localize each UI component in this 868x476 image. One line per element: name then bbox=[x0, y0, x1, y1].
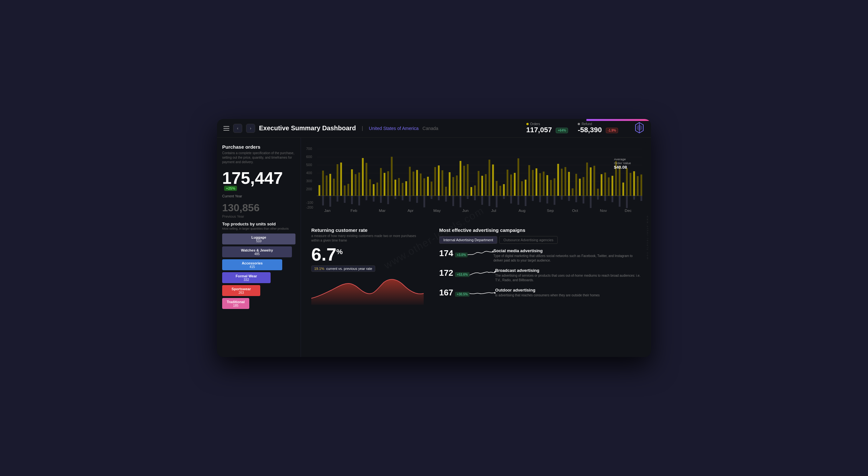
svg-rect-86 bbox=[492, 165, 494, 196]
svg-rect-123 bbox=[583, 177, 584, 196]
svg-rect-29 bbox=[354, 174, 356, 196]
svg-rect-25 bbox=[344, 196, 345, 203]
purchase-title: Purchase orders bbox=[222, 144, 296, 150]
returning-title: Returning customer rate bbox=[311, 227, 424, 233]
product-bar-5[interactable]: Traditional185 bbox=[222, 298, 249, 309]
svg-text:200: 200 bbox=[306, 188, 312, 191]
svg-text:Order Value: Order Value bbox=[614, 161, 631, 165]
tab-outsource[interactable]: Outsource Advertising agencies bbox=[499, 236, 558, 244]
campaign-row: 174+3.0%Social media advertisingType of … bbox=[439, 248, 641, 263]
product-bar-3[interactable]: Formal Wear332 bbox=[222, 272, 271, 283]
page-title: Executive Summary Dashboard bbox=[259, 125, 356, 132]
campaign-trend bbox=[469, 268, 495, 278]
svg-rect-84 bbox=[489, 160, 490, 196]
svg-rect-34 bbox=[366, 196, 367, 200]
returning-card: Returning customer rate a measure of how… bbox=[306, 223, 429, 354]
refund-dot bbox=[578, 123, 580, 125]
current-badge: +25% bbox=[224, 186, 237, 191]
svg-text:Oct: Oct bbox=[572, 209, 578, 212]
svg-rect-40 bbox=[380, 196, 382, 203]
svg-rect-41 bbox=[383, 173, 385, 196]
svg-rect-97 bbox=[517, 196, 519, 205]
svg-rect-96 bbox=[517, 158, 519, 196]
svg-rect-51 bbox=[409, 167, 410, 196]
product-bar-1[interactable]: Watches & Jewelry485 bbox=[222, 246, 292, 257]
menu-button[interactable] bbox=[223, 126, 229, 131]
svg-rect-89 bbox=[499, 186, 501, 196]
campaign-number: 172 bbox=[439, 268, 453, 278]
svg-rect-62 bbox=[434, 167, 436, 196]
svg-rect-37 bbox=[373, 196, 374, 202]
svg-rect-134 bbox=[608, 177, 610, 196]
bar-item: Formal Wear332 bbox=[222, 272, 296, 283]
refund-badge: -1.9% bbox=[606, 128, 618, 133]
svg-rect-14 bbox=[318, 185, 320, 196]
svg-text:500: 500 bbox=[306, 163, 312, 166]
bar-item: Accessories415 bbox=[222, 259, 296, 270]
svg-rect-46 bbox=[395, 196, 396, 199]
svg-text:Feb: Feb bbox=[351, 209, 358, 212]
bar-item: Traditional185 bbox=[222, 298, 296, 309]
svg-rect-82 bbox=[481, 196, 483, 205]
product-bar-0[interactable]: Luggage510 bbox=[222, 234, 296, 244]
previous-value: 130,856 bbox=[222, 202, 296, 214]
svg-rect-145 bbox=[633, 196, 635, 200]
svg-rect-144 bbox=[633, 171, 635, 196]
svg-rect-80 bbox=[477, 171, 479, 196]
back-button[interactable]: ‹ bbox=[233, 124, 242, 133]
svg-rect-70 bbox=[453, 196, 454, 206]
svg-text:700: 700 bbox=[306, 147, 312, 150]
tab-internal[interactable]: Internal Advertising Department bbox=[439, 236, 497, 244]
svg-rect-116 bbox=[564, 167, 566, 196]
svg-rect-100 bbox=[525, 196, 526, 206]
svg-rect-33 bbox=[366, 163, 367, 196]
svg-rect-38 bbox=[376, 182, 378, 196]
svg-rect-122 bbox=[579, 179, 581, 196]
campaign-desc: Type of digital marketing that utilizes … bbox=[493, 254, 641, 263]
svg-rect-142 bbox=[626, 196, 628, 208]
area-chart bbox=[311, 276, 424, 349]
campaign-trend bbox=[469, 288, 495, 297]
svg-rect-112 bbox=[554, 196, 555, 205]
purchase-desc: Contains a complete specification of the… bbox=[222, 151, 296, 165]
country-active[interactable]: United States of America bbox=[369, 126, 418, 131]
svg-rect-30 bbox=[359, 173, 360, 196]
svg-rect-107 bbox=[543, 172, 545, 196]
svg-rect-129 bbox=[597, 189, 599, 196]
svg-rect-68 bbox=[449, 172, 451, 196]
svg-rect-17 bbox=[326, 175, 328, 196]
svg-rect-39 bbox=[380, 168, 382, 196]
svg-rect-71 bbox=[456, 175, 458, 196]
svg-rect-48 bbox=[402, 183, 403, 196]
svg-rect-125 bbox=[586, 163, 588, 196]
svg-text:-100: -100 bbox=[306, 201, 313, 204]
advertising-tabs[interactable]: Internal Advertising Department Outsourc… bbox=[439, 236, 641, 244]
svg-rect-111 bbox=[554, 178, 555, 196]
campaign-desc: The advertising of services or products … bbox=[495, 273, 641, 282]
svg-rect-121 bbox=[576, 196, 577, 202]
svg-rect-94 bbox=[510, 196, 512, 203]
campaign-badge: +30.5% bbox=[455, 292, 469, 297]
campaigns-list: 174+3.0%Social media advertisingType of … bbox=[439, 248, 641, 298]
product-bar-2[interactable]: Accessories415 bbox=[222, 259, 282, 270]
header-divider: | bbox=[362, 126, 363, 131]
bar-item: Luggage510 bbox=[222, 234, 296, 244]
svg-rect-103 bbox=[532, 196, 533, 201]
forward-button[interactable]: › bbox=[246, 124, 255, 133]
country-inactive[interactable]: Canada bbox=[423, 126, 438, 131]
svg-rect-105 bbox=[539, 173, 541, 196]
campaign-name: Social media advertising bbox=[493, 248, 641, 253]
svg-text:Nov: Nov bbox=[600, 209, 607, 212]
svg-rect-148 bbox=[640, 196, 642, 201]
svg-rect-54 bbox=[416, 170, 418, 196]
svg-rect-61 bbox=[431, 196, 432, 199]
orders-value: 117,057 +64% bbox=[526, 126, 568, 134]
svg-rect-79 bbox=[474, 196, 476, 200]
svg-rect-49 bbox=[402, 196, 403, 200]
product-bar-4[interactable]: Sportswear263 bbox=[222, 285, 260, 296]
svg-rect-67 bbox=[445, 196, 446, 202]
sidebar: Purchase orders Contains a complete spec… bbox=[217, 138, 301, 357]
svg-rect-55 bbox=[416, 196, 418, 203]
svg-rect-131 bbox=[600, 174, 602, 196]
svg-rect-98 bbox=[521, 181, 523, 196]
